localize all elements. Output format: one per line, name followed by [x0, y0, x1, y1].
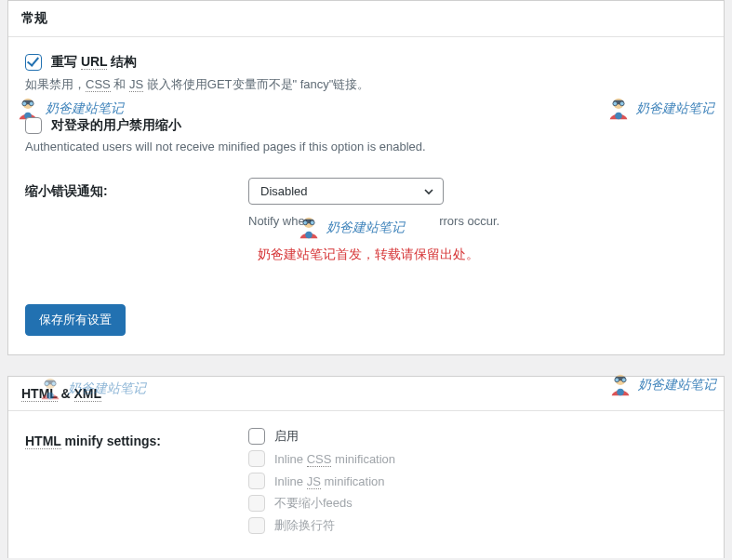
svg-point-24 [617, 389, 624, 396]
html-minify-label: HTML minify settings: [25, 428, 220, 448]
html-xml-title: HTML & XML 奶爸建站笔记 奶爸建站笔记 [8, 377, 724, 411]
watermark-text: 奶爸建站笔记 [46, 100, 124, 117]
option-no-minify-feeds: 不要缩小feeds [248, 495, 707, 512]
svg-rect-21 [615, 377, 625, 381]
disable-loggedin-field: 对登录的用户禁用缩小 Authenticated users will not … [25, 117, 707, 153]
svg-point-22 [615, 378, 619, 382]
general-panel-title: 常规 [8, 1, 724, 37]
rewrite-url-checkbox[interactable] [25, 54, 42, 71]
option-label: 不要缩小feeds [274, 495, 353, 512]
no-minify-feeds-checkbox [248, 495, 265, 512]
abbr-js: JS [307, 474, 321, 489]
abbr-url: URL [81, 54, 108, 70]
rewrite-url-field: 重写 URL 结构 如果禁用，CSS 和 JS 嵌入将使用GET变量而不是" f… [25, 54, 707, 93]
abbr-html: HTML [21, 386, 58, 402]
desc-text: rrors occur. [439, 214, 499, 228]
svg-point-0 [22, 99, 33, 109]
option-label: Inline CSS minification [274, 452, 395, 466]
label-text: minification [321, 474, 385, 488]
label-text: 结构 [111, 54, 137, 69]
rewrite-url-desc: 如果禁用，CSS 和 JS 嵌入将使用GET变量而不是" fancy"链接。 [25, 76, 707, 93]
abbr-css: CSS [86, 77, 111, 92]
inline-js-checkbox [248, 473, 265, 489]
desc-text: Notify when [248, 214, 315, 228]
label-text: Inline [274, 474, 307, 488]
abbr-js: JS [129, 77, 143, 92]
inline-css-checkbox [248, 450, 265, 467]
svg-point-23 [621, 378, 626, 382]
error-notify-field: 缩小错误通知: Disabled Notify when xxxxxxxxxxx… [25, 178, 707, 263]
option-inline-css: Inline CSS minification [248, 450, 707, 467]
attribution-text: 奶爸建站笔记首发，转载请保留出处。 [248, 247, 707, 263]
svg-point-5 [613, 99, 623, 109]
html-minify-field: HTML minify settings: 启用 Inline CSS mini… [25, 428, 707, 540]
option-enable: 启用 [248, 428, 707, 445]
watermark: 奶爸建站笔记 [606, 371, 716, 399]
abbr-xml: XML [74, 386, 102, 402]
remove-linebreaks-checkbox [248, 517, 265, 534]
desc-text: 嵌入将使用GET变量而不是" fancy"链接。 [147, 77, 370, 91]
error-notify-label: 缩小错误通知: [25, 178, 220, 200]
enable-checkbox[interactable] [248, 428, 265, 445]
general-panel: 常规 奶爸建站笔记 奶爸建站笔记 奶爸建站笔记 [7, 0, 725, 355]
watermark-text: 奶爸建站笔记 [638, 377, 716, 393]
option-label: 启用 [274, 428, 299, 445]
label-text: 重写 [51, 54, 77, 69]
option-label: Inline JS minification [274, 474, 385, 488]
disable-loggedin-desc: Authenticated users will not receive min… [25, 140, 707, 153]
html-xml-body: HTML minify settings: 启用 Inline CSS mini… [8, 411, 724, 558]
option-remove-linebreaks: 删除换行符 [248, 517, 707, 534]
svg-rect-1 [22, 100, 33, 105]
desc-text: 如果禁用， [25, 77, 86, 91]
avatar-icon [606, 371, 634, 399]
svg-point-20 [615, 375, 625, 385]
rewrite-url-label: 重写 URL 结构 [51, 54, 137, 71]
error-notify-select[interactable]: Disabled [248, 178, 444, 205]
svg-point-3 [29, 101, 33, 106]
svg-point-8 [619, 101, 624, 106]
html-xml-panel: HTML & XML 奶爸建站笔记 奶爸建站笔记 HTML minify set… [7, 376, 725, 558]
save-button[interactable]: 保存所有设置 [25, 304, 126, 336]
label-text: & [58, 386, 74, 401]
abbr-css: CSS [307, 452, 332, 467]
option-label: 删除换行符 [274, 517, 335, 534]
label-text: minification [331, 452, 395, 466]
option-inline-js: Inline JS minification [248, 473, 707, 489]
svg-point-2 [22, 101, 27, 106]
watermark-text: 奶爸建站笔记 [636, 100, 714, 117]
general-panel-body: 奶爸建站笔记 奶爸建站笔记 奶爸建站笔记 重写 URL 结构 [8, 37, 724, 354]
disable-loggedin-checkbox[interactable] [25, 117, 42, 134]
disable-loggedin-label: 对登录的用户禁用缩小 [51, 117, 181, 134]
desc-text: 和 [113, 77, 126, 91]
svg-point-7 [613, 101, 618, 106]
abbr-html: HTML [25, 433, 61, 449]
html-minify-options: 启用 Inline CSS minification Inline JS min… [248, 428, 707, 540]
label-text: Inline [274, 452, 307, 466]
error-notify-desc: Notify when xxxxxxxxxxxxxxxxxxxx rrors o… [248, 214, 707, 228]
label-text: minify settings: [61, 433, 161, 448]
svg-rect-16 [45, 380, 55, 385]
svg-rect-6 [613, 100, 623, 105]
